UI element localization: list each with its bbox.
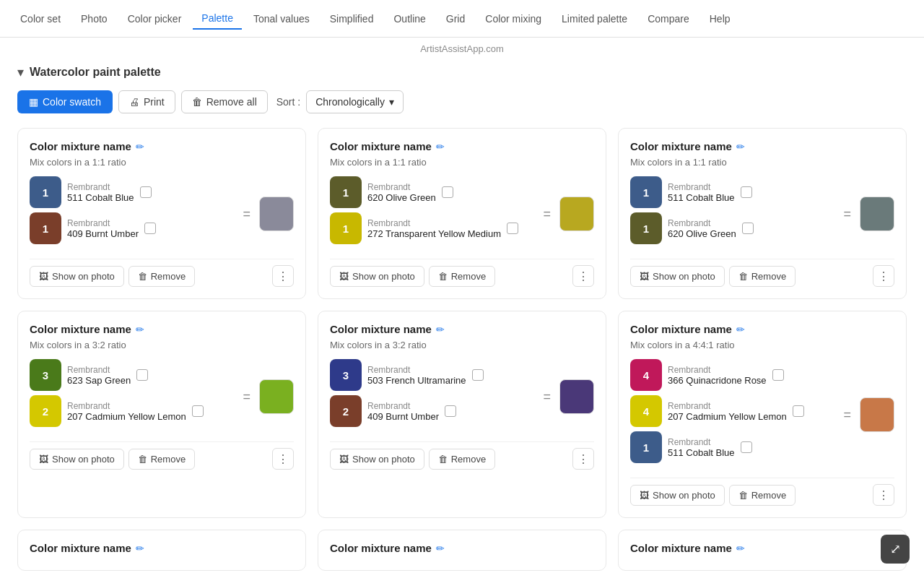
color-name: 620 Olive Green xyxy=(367,192,436,203)
show-on-photo-button[interactable]: 🖼 Show on photo xyxy=(630,485,725,506)
sort-label: Sort : xyxy=(276,96,300,108)
color-chip: 1 xyxy=(30,212,61,244)
equals-sign: = xyxy=(843,407,851,423)
edit-icon[interactable]: ✏ xyxy=(736,141,745,152)
remove-icon: 🗑 xyxy=(138,271,147,282)
edit-icon[interactable]: ✏ xyxy=(436,543,445,554)
remove-label: Remove xyxy=(151,271,186,282)
color-name: 207 Cadmium Yellow Lemon xyxy=(67,411,186,422)
nav-compare[interactable]: Compare xyxy=(639,9,698,29)
remove-all-button[interactable]: 🗑 Remove all xyxy=(181,90,268,113)
color-swatch-button[interactable]: ▦ Color swatch xyxy=(17,90,113,113)
color-row: 3 Rembrandt 623 Sap Green xyxy=(30,359,234,391)
color-chip: 3 xyxy=(330,359,362,391)
show-on-photo-button[interactable]: 🖼 Show on photo xyxy=(330,449,424,470)
show-on-photo-button[interactable]: 🖼 Show on photo xyxy=(630,266,725,287)
nav-color-mixing[interactable]: Color mixing xyxy=(476,9,550,29)
more-options-button[interactable]: ⋮ xyxy=(572,448,594,470)
color-checkbox[interactable] xyxy=(741,441,752,453)
edit-icon[interactable]: ✏ xyxy=(136,324,144,335)
color-checkbox[interactable] xyxy=(192,405,204,417)
result-swatch xyxy=(559,197,594,231)
photo-icon: 🖼 xyxy=(640,490,649,501)
color-chip: 1 xyxy=(30,176,61,208)
more-options-button[interactable]: ⋮ xyxy=(272,448,294,470)
edit-icon[interactable]: ✏ xyxy=(436,324,445,335)
print-label: Print xyxy=(144,96,165,108)
show-on-photo-label: Show on photo xyxy=(352,271,415,282)
nav-photo[interactable]: Photo xyxy=(72,9,116,29)
remove-button[interactable]: 🗑 Remove xyxy=(729,485,796,506)
more-options-button[interactable]: ⋮ xyxy=(873,484,894,506)
color-checkbox[interactable] xyxy=(472,369,484,381)
color-name: 511 Cobalt Blue xyxy=(668,447,735,458)
color-checkbox[interactable] xyxy=(741,186,752,198)
color-checkbox[interactable] xyxy=(507,223,518,234)
expand-button[interactable]: ⤢ xyxy=(881,535,910,564)
card-title-row: Color mixture name ✏ xyxy=(630,542,894,554)
color-checkbox[interactable] xyxy=(742,223,754,234)
color-info: Rembrandt 207 Cadmium Yellow Lemon xyxy=(67,401,186,422)
nav-tonal-values[interactable]: Tonal values xyxy=(245,9,318,29)
color-checkbox[interactable] xyxy=(140,186,152,198)
nav-grid[interactable]: Grid xyxy=(437,9,474,29)
remove-button[interactable]: 🗑 Remove xyxy=(429,449,495,470)
nav-palette[interactable]: Palette xyxy=(193,8,242,30)
card-actions: 🖼 Show on photo 🗑 Remove ⋮ xyxy=(630,478,894,506)
remove-button[interactable]: 🗑 Remove xyxy=(429,266,495,287)
equals-sign: = xyxy=(843,207,851,222)
color-name: 503 French Ultramarine xyxy=(367,375,466,386)
remove-icon: 🗑 xyxy=(738,490,748,501)
more-options-button[interactable]: ⋮ xyxy=(572,265,594,287)
show-on-photo-button[interactable]: 🖼 Show on photo xyxy=(330,266,424,287)
result-swatch xyxy=(860,197,894,231)
card-title: Color mixture name xyxy=(330,542,432,554)
print-button[interactable]: 🖨 Print xyxy=(118,90,175,113)
card-ratio: Mix colors in a 4:4:1 ratio xyxy=(630,340,894,350)
mixture-card: Color mixture name ✏ Mix colors in a 1:1… xyxy=(17,128,306,299)
edit-icon[interactable]: ✏ xyxy=(736,324,745,335)
nav-help[interactable]: Help xyxy=(701,9,739,29)
mixture-card: Color mixture name ✏ xyxy=(618,530,907,571)
nav-color-set[interactable]: Color set xyxy=(12,9,69,29)
nav-limited-palette[interactable]: Limited palette xyxy=(553,9,636,29)
nav-color-picker[interactable]: Color picker xyxy=(119,9,191,29)
color-info: Rembrandt 511 Cobalt Blue xyxy=(668,437,735,458)
mixture-card: Color mixture name ✏ Mix colors in a 1:1… xyxy=(618,128,907,299)
card-title-row: Color mixture name ✏ xyxy=(630,323,894,335)
color-checkbox[interactable] xyxy=(445,405,456,417)
palette-title: Watercolor paint palette xyxy=(30,66,161,79)
color-checkbox[interactable] xyxy=(793,405,804,417)
card-title: Color mixture name xyxy=(330,323,432,335)
remove-button[interactable]: 🗑 Remove xyxy=(128,266,195,287)
color-chip: 3 xyxy=(30,359,61,391)
nav-simplified[interactable]: Simplified xyxy=(321,9,383,29)
color-checkbox[interactable] xyxy=(772,369,784,381)
color-name: 620 Olive Green xyxy=(668,228,736,239)
color-row: 1 Rembrandt 511 Cobalt Blue xyxy=(630,176,834,208)
edit-icon[interactable]: ✏ xyxy=(436,141,445,152)
color-checkbox[interactable] xyxy=(136,369,148,381)
palette-collapse-icon[interactable]: ▾ xyxy=(17,64,24,80)
more-options-button[interactable]: ⋮ xyxy=(272,265,294,287)
edit-icon[interactable]: ✏ xyxy=(136,141,144,152)
show-on-photo-button[interactable]: 🖼 Show on photo xyxy=(30,266,124,287)
color-info: Rembrandt 620 Olive Green xyxy=(668,218,736,239)
color-name: 207 Cadmium Yellow Lemon xyxy=(668,411,787,422)
color-chip: 4 xyxy=(630,359,662,391)
nav-outline[interactable]: Outline xyxy=(385,9,434,29)
color-checkbox[interactable] xyxy=(144,223,156,234)
remove-button[interactable]: 🗑 Remove xyxy=(729,266,796,287)
card-actions: 🖼 Show on photo 🗑 Remove ⋮ xyxy=(330,441,594,470)
show-on-photo-button[interactable]: 🖼 Show on photo xyxy=(30,449,124,470)
edit-icon[interactable]: ✏ xyxy=(136,543,144,554)
color-checkbox[interactable] xyxy=(442,186,453,198)
color-brand: Rembrandt xyxy=(367,365,466,375)
top-navigation: Color set Photo Color picker Palette Ton… xyxy=(0,0,924,38)
edit-icon[interactable]: ✏ xyxy=(736,543,745,554)
sort-dropdown[interactable]: Chronologically ▾ xyxy=(306,90,404,113)
more-options-button[interactable]: ⋮ xyxy=(873,265,894,287)
color-info: Rembrandt 503 French Ultramarine xyxy=(367,365,466,386)
mixture-card: Color mixture name ✏ Mix colors in a 4:4… xyxy=(618,311,907,518)
remove-button[interactable]: 🗑 Remove xyxy=(128,449,195,470)
